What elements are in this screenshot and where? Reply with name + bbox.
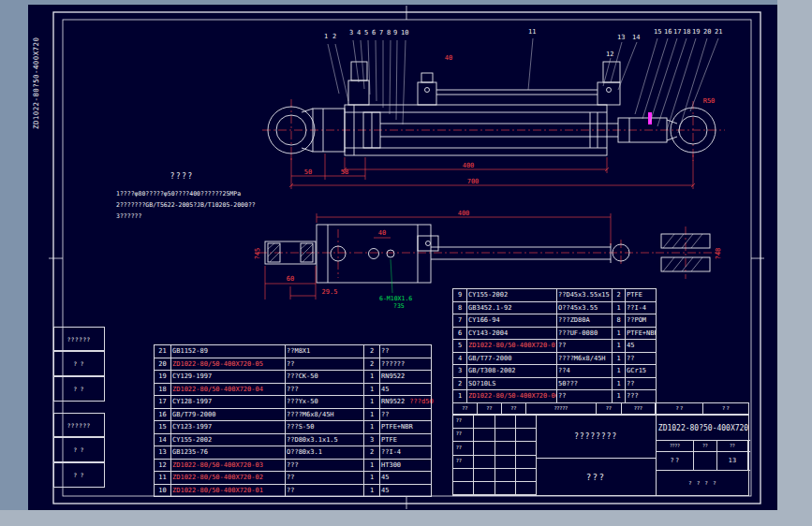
bom-cell-no: 3 [453,365,467,378]
part-callout: 20 [703,28,711,36]
dim-label: ?48 [715,248,722,260]
bom-cell-mat: 45 [380,383,432,396]
signature-label: ?? [456,417,462,423]
bom-cell-code: GB1152-89 [171,345,286,358]
bom-cell-code: CY166-94 [467,314,557,328]
bom-cell-qty: 1 [364,484,380,497]
technical-notes: ???? 1????φ80?????φ50????400??????25MPa … [116,172,332,222]
bom-cell-no: 13 [155,446,171,460]
bom-cell-code: ZD1022-80/50-400X720-06 [467,390,557,403]
bom-cell-mat: PTFE+NBR [380,421,432,434]
stage-value-row: ? ? 13 [657,452,750,471]
bom-cell-mat: ?? [380,345,432,358]
bom-cell-name: ???Yx-50 [286,396,364,409]
bom-cell-qty: 1 [364,421,380,434]
part-callout: 6 [372,29,376,37]
bom-cell-mat: RN9522 [380,371,432,384]
part-callout: 12 [606,51,613,58]
bom-cell-mat: ??POM [626,314,657,328]
stage-label: ?? [717,441,748,451]
bom-cell-code: CY129-1997 [171,371,286,384]
bom-cell-no: 2 [453,377,467,390]
bom-cell-code: CY155-2002 [171,433,286,446]
bom-row: 21GB1152-89??M8X12?? [155,345,432,358]
bom-cell-qty: 1 [364,408,380,421]
bom-cell-qty: 1 [613,352,626,365]
bom-cell-name: ?? [286,472,364,485]
stage-label-row: ???? ?? ?? [657,441,750,452]
thread-depth-label: ?35 [393,302,405,310]
bom-cell-no: 21 [155,345,171,358]
bom-table-left: 21GB1152-89??M8X12??20ZD1022-80/50-400X7… [154,344,432,497]
leader-lines [328,38,718,133]
signature-label: ?? [456,431,462,436]
part-callout: 14 [632,34,640,41]
bom-cell-code: ZD1022-80/50-400X720-05 [171,358,286,371]
bom-cell-mat: ?? [626,377,657,390]
bom-cell-no: 1 [453,390,467,403]
bom-cell-qty: 1 [613,327,626,340]
revision-row-right: ? ? ? ? [656,402,749,415]
bom-row: 20ZD1022-80/50-400X720-05??2?????? [155,358,432,371]
bom-row: 15CY123-1997???S-501PTFE+NBR [155,421,432,434]
bom-cell-qty: 1 [613,340,626,353]
margin-box: ? ? [53,462,105,488]
bom-cell-code: GB/T79-2000 [171,408,286,421]
bom-cell-qty: 1 [613,390,626,403]
bom-cell-no: 18 [155,383,171,396]
stage-value [694,452,717,470]
dim-label: 58 [341,168,348,176]
bom-cell-mat: PTFE [380,433,432,446]
bom-cell-qty: 1 [364,396,380,409]
bom-cell-name: ??M8X1 [286,345,364,358]
part-callout: 1 [324,33,328,40]
bom-cell-code: GB1235-76 [171,446,286,460]
viewport-bottom-panel [0,510,812,526]
bom-cell-code: ZD1022-80/50-400X720-03 [171,459,286,472]
title-block: ?? ?? ?? ?? ???????? ??? ZD1022-80?50-40… [452,415,749,496]
dim-label: 400 [463,162,475,169]
bom-cell-code: ZD1022-80/50-400X720-04 [171,383,286,396]
bom-row: 6CY143-2004???UF-00801PTFE+NBR [453,327,657,340]
bom-cell-code: CY123-1997 [171,421,286,434]
part-callout: 18 [683,28,690,36]
bom-row: 1ZD1022-80/50-400X720-06??1??? [453,390,657,403]
bom-row: 7CY166-94???ZD80A8??POM [453,314,657,328]
revision-cell: ????? [526,403,597,414]
bom-row: 12ZD1022-80/50-400X720-03???1HT300 [155,459,432,472]
sheet-note: ? ? ? ? [657,471,750,495]
bom-cell-qty: 1 [613,301,626,314]
bom-cell-no: 19 [155,371,171,384]
bom-cell-name: ?? [557,340,613,353]
part-callout: 8 [387,29,391,37]
bom-cell-no: 20 [155,358,171,371]
bom-cell-no: 15 [155,421,171,434]
signature-label: ?? [456,458,462,463]
bom-row: 5ZD1022-80/50-400X720-07??145 [453,340,657,353]
bom-cell-code: CY155-2002 [467,289,557,302]
bom-cell-name: ???UF-0080 [557,327,613,340]
bom-cell-mat: ??? [626,390,657,403]
bom-cell-no: 4 [453,352,467,365]
dim-label: 29.5 [322,288,338,296]
cad-viewport: 50 58 400 700 40 R50 400 40 60 29.5 ???d… [0,0,812,526]
revision-cell: ? ? [657,403,703,414]
part-callout: 7 [379,29,383,37]
bom-cell-code: ZD1022-80/50-400X720-02 [171,472,286,485]
bom-row: 11ZD1022-80/50-400X720-02??145 [155,472,432,485]
bom-cell-qty: 1 [613,377,626,390]
bom-cell-name: ???CK-50 [286,371,364,384]
bom-cell-mat: 45 [380,472,432,485]
thread-label: 6-M10X1.6 [379,295,412,302]
revision-row: ?? ?? ?? ????? ?? ??? [452,402,656,415]
bom-cell-name: ?? [557,390,613,403]
bom-cell-mat: ?? [626,352,657,365]
bom-cell-name: ??D45x3.55x15 [557,289,613,302]
bom-cell-name: O??80x3.1 [286,446,364,460]
bom-cell-qty: 1 [364,472,380,485]
stage-label: ???? [657,441,694,451]
bom-cell-qty: 8 [613,314,626,328]
revision-cell: ? ? [703,403,748,414]
part-callout: 2 [332,33,336,40]
bom-row: 3GB/T308-2002??41GCr15 [453,365,657,378]
